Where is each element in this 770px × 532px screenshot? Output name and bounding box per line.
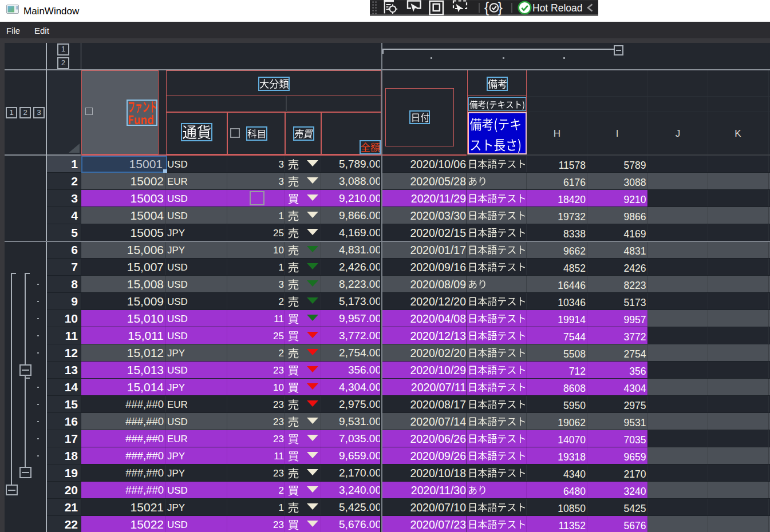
svg-text:{: { (484, 0, 489, 15)
svg-text:Hot Reload: Hot Reload (532, 2, 583, 14)
